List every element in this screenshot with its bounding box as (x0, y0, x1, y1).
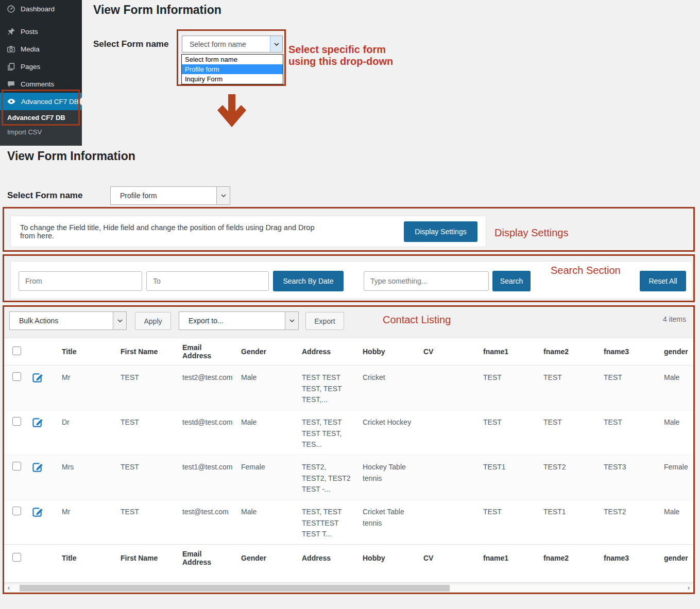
column-header-fname2: fname2 (538, 338, 599, 366)
reset-all-button[interactable]: Reset All (640, 271, 686, 291)
form-name-option-list: Select form name Profile form Inquiry Fo… (181, 54, 283, 84)
search-section-annotation: Search Section (551, 265, 621, 276)
row-checkbox-cell (4, 410, 27, 455)
cell-fname3: TEST3 (599, 455, 659, 500)
date-from-input[interactable] (19, 271, 142, 291)
dropdown-annotation-box: Select form name Select form name Profil… (177, 29, 286, 86)
keyword-search-input[interactable] (364, 271, 489, 291)
cell-gender: Male (236, 410, 297, 455)
column-header-title: Title (57, 338, 115, 366)
row-checkbox-cell (4, 455, 27, 500)
date-to-input[interactable] (146, 271, 269, 291)
edit-icon[interactable] (32, 372, 44, 383)
row-checkbox[interactable] (12, 417, 21, 426)
cell-email: test@test.com (177, 500, 236, 545)
row-checkbox[interactable] (12, 507, 21, 515)
scroll-right-icon[interactable]: › (685, 584, 692, 592)
cell-fname1: TEST (478, 366, 538, 410)
wp-admin-sidebar: Dashboard Posts Media Pages Comments Adv… (0, 0, 82, 146)
down-arrow (216, 94, 247, 138)
cell-address: TEST, TEST TESTTEST TEST T... (297, 500, 357, 545)
table-header-row: TitleFirst NameEmail AddressGenderAddres… (4, 338, 693, 366)
horizontal-scrollbar[interactable]: ‹ › (4, 584, 693, 592)
sidebar-item-posts[interactable]: Posts (0, 23, 82, 40)
apply-button[interactable]: Apply (135, 312, 171, 330)
table-footer-row: TitleFirst NameEmail AddressGenderAddres… (4, 545, 693, 572)
table-row: MrsTESTtest1@test.comFemaleTEST2, TEST2,… (4, 455, 693, 500)
chevron-down-icon[interactable] (216, 187, 230, 204)
display-settings-annotation: Display Settings (494, 227, 568, 239)
sidebar-annotation-box (2, 90, 80, 126)
sidebar-item-media[interactable]: Media (0, 40, 82, 58)
cell-fname1: TEST (478, 410, 538, 455)
sidebar-item-pages[interactable]: Pages (0, 58, 82, 75)
display-settings-button[interactable]: Display Settings (404, 221, 477, 242)
submenu-item-import-csv[interactable]: Import CSV (0, 125, 82, 139)
sidebar-item-label: Posts (21, 28, 38, 36)
form-name-select-value: Select form name (182, 40, 270, 48)
cell-fname2: TEST1 (538, 500, 599, 545)
sidebar-item-dashboard[interactable]: Dashboard (0, 0, 82, 18)
chevron-down-icon[interactable] (285, 312, 298, 329)
page-title-top: View Form Information (93, 3, 221, 17)
contact-listing-annotation: Contact Listing (383, 314, 451, 326)
edit-icon[interactable] (32, 507, 44, 517)
column-header-title: Title (57, 545, 115, 572)
edit-icon[interactable] (32, 462, 44, 473)
cell-fname1: TEST (478, 500, 538, 545)
column-header-hobby: Hobby (357, 545, 418, 572)
row-checkbox-cell (4, 366, 27, 410)
cell-title: Mr (57, 366, 115, 410)
edit-column-header (27, 545, 57, 572)
cell-gender: Male (236, 366, 297, 410)
search-button[interactable]: Search (492, 271, 531, 291)
cell-cv (418, 455, 478, 500)
column-header-address: Address (297, 545, 357, 572)
select-all-checkbox[interactable] (12, 553, 21, 562)
camera-icon (7, 45, 15, 54)
cell-title: Mrs (57, 455, 115, 500)
cell-title: Dr (57, 410, 115, 455)
edit-cell (27, 410, 57, 455)
column-header-hobby: Hobby (357, 338, 418, 366)
form-name-select-top[interactable]: Select form name (182, 36, 283, 53)
scroll-left-icon[interactable]: ‹ (5, 584, 12, 592)
row-checkbox[interactable] (12, 462, 21, 471)
cell-hobby: Cricket Hockey (357, 410, 418, 455)
edit-cell (27, 500, 57, 545)
option-select-form-name[interactable]: Select form name (182, 55, 283, 64)
bulk-actions-select[interactable]: Bulk Actions (9, 311, 127, 330)
cell-gender: Male (236, 500, 297, 545)
select-all-checkbox[interactable] (12, 346, 21, 355)
cell-cv (418, 366, 478, 410)
edit-icon[interactable] (32, 417, 44, 428)
export-to-select[interactable]: Export to... (179, 311, 299, 330)
comment-icon (7, 80, 15, 89)
cell-address: TEST, TEST TEST TEST, TES... (297, 410, 357, 455)
row-checkbox-cell (4, 500, 27, 545)
table-row: MrTESTtest2@test.comMaleTEST TEST TEST, … (4, 366, 693, 410)
cell-first_name: TEST (115, 455, 177, 500)
bulk-actions-value: Bulk Actions (10, 317, 113, 325)
column-header-email-address: Email Address (177, 545, 236, 572)
option-inquiry-form[interactable]: Inquiry Form (182, 74, 283, 84)
scrollbar-thumb[interactable] (20, 585, 450, 591)
column-header-address: Address (297, 338, 357, 366)
cell-fname2: TEST (538, 366, 599, 410)
row-checkbox[interactable] (12, 372, 21, 381)
chevron-down-icon[interactable] (270, 36, 282, 52)
column-header-fname1: fname1 (478, 545, 538, 572)
cell-fname3: TEST (599, 366, 659, 410)
chevron-down-icon[interactable] (113, 312, 126, 329)
column-header-cv: CV (418, 545, 478, 572)
option-profile-form[interactable]: Profile form (182, 64, 283, 74)
cell-cv (418, 500, 478, 545)
items-count: 4 items (663, 315, 686, 323)
column-header-gender: Gender (236, 338, 297, 366)
form-name-select-main[interactable]: Profile form (110, 186, 230, 205)
sidebar-item-label: Pages (21, 63, 40, 71)
export-button[interactable]: Export (305, 312, 344, 330)
cell-gender2: Male (659, 410, 693, 455)
column-header-first-name: First Name (115, 545, 177, 572)
search-by-date-button[interactable]: Search By Date (273, 271, 344, 291)
